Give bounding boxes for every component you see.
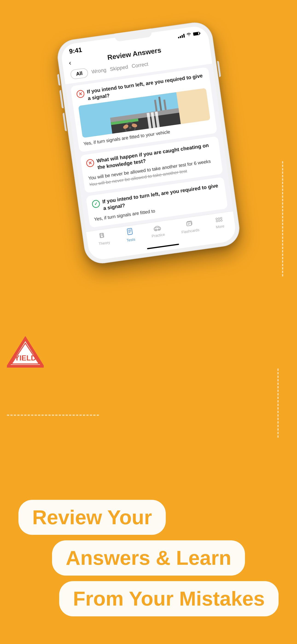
promo-line-3: From Your Mistakes <box>73 587 265 610</box>
silent-button <box>57 74 60 86</box>
svg-rect-22 <box>127 228 132 235</box>
dashed-decoration-left <box>7 414 99 416</box>
theory-icon <box>99 232 108 241</box>
battery-icon <box>193 32 200 36</box>
yield-sign: YIELD <box>7 336 44 370</box>
promo-pill-2: Answers & Learn <box>52 540 245 576</box>
question-list: ✕ If you intend to turn left, are you re… <box>66 64 233 232</box>
tab-wrong[interactable]: Wrong <box>91 66 107 76</box>
svg-point-39 <box>220 220 222 221</box>
home-indicator <box>147 244 179 249</box>
svg-line-20 <box>101 234 103 234</box>
flashcards-label: Flashcards <box>181 228 200 234</box>
tab-correct[interactable]: Correct <box>131 60 149 71</box>
nav-flashcards[interactable]: Flashcards <box>180 219 200 234</box>
svg-line-33 <box>188 224 190 224</box>
volume-up-button <box>59 90 64 108</box>
correct-icon-3: ✓ <box>92 200 100 208</box>
wrong-icon-2: ✕ <box>86 159 95 168</box>
promo-text-section: Review Your Answers & Learn From Your Mi… <box>0 500 297 616</box>
svg-rect-26 <box>128 229 131 231</box>
status-time: 9:41 <box>68 46 82 55</box>
svg-text:YIELD: YIELD <box>14 354 36 362</box>
theory-label: Theory <box>98 240 110 246</box>
tests-icon <box>126 228 134 238</box>
svg-point-35 <box>218 218 220 220</box>
more-label: More <box>216 224 225 230</box>
svg-line-21 <box>101 235 103 236</box>
svg-point-34 <box>216 218 218 220</box>
svg-point-38 <box>220 217 222 219</box>
svg-point-37 <box>218 220 220 222</box>
promo-line-2: Answers & Learn <box>66 546 232 569</box>
nav-theory[interactable]: Theory <box>97 232 110 246</box>
wrong-icon-1: ✕ <box>76 90 85 98</box>
practice-label: Practice <box>152 232 165 238</box>
nav-more[interactable]: More <box>214 215 224 230</box>
back-button[interactable]: ‹ <box>68 59 72 67</box>
nav-tests[interactable]: Tests <box>125 227 136 242</box>
nav-practice[interactable]: Practice <box>150 224 165 238</box>
tests-label: Tests <box>126 237 136 242</box>
svg-line-25 <box>128 232 130 232</box>
flashcards-icon <box>186 220 194 228</box>
status-icons <box>178 31 200 39</box>
volume-down-button <box>62 113 67 131</box>
dashed-decoration-right <box>282 161 283 276</box>
promo-line-1: Review Your <box>32 506 152 528</box>
phone-mockup: 9:41 <box>55 20 242 266</box>
promo-pill-3: From Your Mistakes <box>59 581 278 616</box>
wifi-icon <box>186 32 192 38</box>
tab-skipped[interactable]: Skipped <box>109 62 129 74</box>
promo-pill-1: Review Your <box>18 500 166 535</box>
more-icon <box>215 216 223 224</box>
power-button <box>217 61 221 77</box>
practice-icon <box>153 224 162 233</box>
svg-line-24 <box>128 231 131 232</box>
dashed-decoration-right2 <box>278 368 278 438</box>
svg-point-36 <box>216 220 218 222</box>
signal-icon <box>178 34 185 38</box>
svg-rect-31 <box>186 222 192 226</box>
